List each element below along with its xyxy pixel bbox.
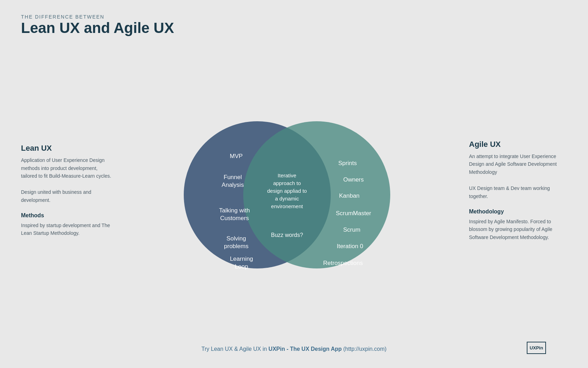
svg-text:Analysis: Analysis — [222, 182, 244, 188]
footer-text-before-bold: Try Lean UX & Agile UX in — [202, 346, 269, 352]
venn-diagram: MVP Funnel Analysis Talking with Custome… — [119, 97, 455, 293]
svg-text:MVP: MVP — [230, 153, 243, 159]
agile-ux-title: Agile UX — [469, 140, 567, 149]
footer-logo: UXPin — [527, 342, 546, 354]
svg-text:Customers: Customers — [220, 215, 249, 222]
header: The Difference Between Lean UX and Agile… — [21, 14, 567, 36]
lean-ux-design-text: Design united with business and developm… — [21, 188, 112, 204]
footer-link-text: (http://uxpin.com) — [343, 346, 387, 352]
svg-text:a dynamic: a dynamic — [275, 196, 299, 202]
agile-ux-methodology-title: Methodology — [469, 209, 567, 215]
svg-text:environement: environement — [271, 203, 303, 209]
footer: Try Lean UX & Agile UX in UXPin - The UX… — [21, 339, 567, 357]
lean-ux-methods-title: Methods — [21, 212, 112, 219]
svg-text:Solving: Solving — [226, 235, 246, 242]
svg-text:Buzz words?: Buzz words? — [271, 232, 303, 238]
main-content: Lean UX Application of User Experience D… — [21, 50, 567, 339]
svg-text:approach to: approach to — [273, 180, 301, 186]
footer-link[interactable]: (http://uxpin.com) — [343, 346, 387, 352]
svg-text:Owners: Owners — [343, 176, 364, 183]
svg-text:Kanban: Kanban — [339, 192, 360, 199]
svg-text:Iteration 0: Iteration 0 — [337, 243, 363, 250]
left-panel: Lean UX Application of User Experience D… — [21, 144, 119, 246]
lean-ux-title: Lean UX — [21, 144, 112, 153]
agile-ux-methodology-text: Inspired by Agile Manifesto. Forced to b… — [469, 218, 567, 241]
svg-text:Funnel: Funnel — [224, 174, 242, 180]
lean-ux-methods-text: Inspired by startup development and The … — [21, 222, 112, 237]
page-wrapper: The Difference Between Lean UX and Agile… — [0, 0, 588, 368]
svg-text:Retrospections: Retrospections — [323, 260, 363, 266]
svg-text:Iterative: Iterative — [278, 172, 296, 178]
svg-text:ScrumMaster: ScrumMaster — [336, 210, 371, 217]
footer-bold-text: UXPin - The UX Design App — [268, 346, 342, 352]
agile-ux-team-text: UX Design team & Dev team working togeth… — [469, 184, 567, 200]
agile-ux-description: An attempt to integrate User Experience … — [469, 152, 567, 176]
svg-text:Sprints: Sprints — [338, 160, 357, 166]
header-subtitle: The Difference Between — [21, 14, 567, 20]
svg-text:Talking with: Talking with — [219, 207, 250, 214]
venn-svg: MVP Funnel Analysis Talking with Custome… — [168, 104, 406, 286]
svg-point-1 — [243, 121, 390, 268]
svg-text:Scrum: Scrum — [343, 226, 360, 233]
svg-text:problems: problems — [224, 243, 248, 250]
header-title: Lean UX and Agile UX — [21, 20, 567, 36]
svg-text:design appliad to: design appliad to — [267, 188, 307, 194]
right-panel: Agile UX An attempt to integrate User Ex… — [455, 140, 567, 250]
svg-text:Loop: Loop — [235, 263, 248, 270]
svg-text:Learning: Learning — [230, 255, 253, 262]
lean-ux-description: Application of User Experience Design me… — [21, 156, 112, 180]
